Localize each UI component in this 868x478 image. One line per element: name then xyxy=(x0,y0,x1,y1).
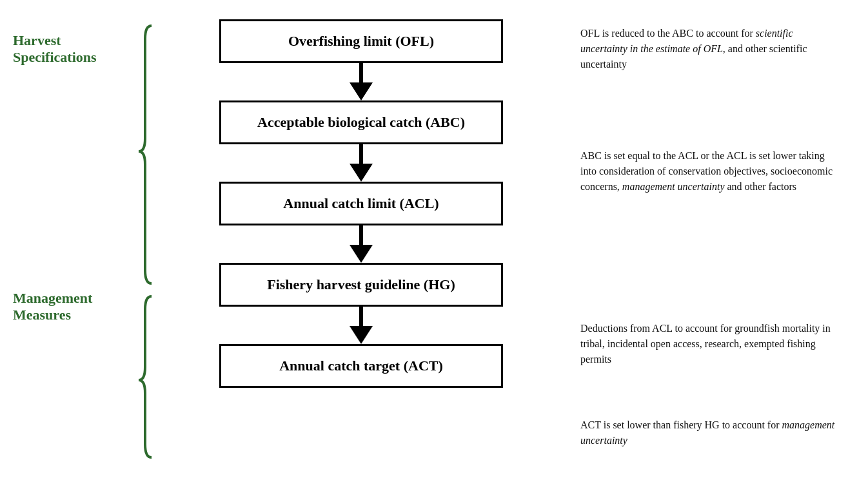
acl-label: Annual catch limit (ACL) xyxy=(283,195,439,211)
arrow-head-2 xyxy=(350,164,373,182)
ofl-box: Overfishing limit (OFL) xyxy=(219,19,503,63)
act-box: Annual catch target (ACT) xyxy=(219,344,503,388)
act-label: Annual catch target (ACT) xyxy=(279,358,443,374)
arrow-line-3 xyxy=(359,225,363,245)
arrow-line-4 xyxy=(359,307,363,326)
arrow-head-3 xyxy=(350,245,373,263)
hg-box: Fishery harvest guideline (HG) xyxy=(219,263,503,307)
arrow-head-4 xyxy=(350,326,373,344)
harvest-label: HarvestSpecifications xyxy=(13,32,90,66)
annotation-ofl: OFL is reduced to the ABC to account for… xyxy=(580,26,838,72)
abc-label: Acceptable biological catch (ABC) xyxy=(257,114,465,130)
side-labels: HarvestSpecifications ManagementMeasures xyxy=(13,13,116,464)
arrow-head-1 xyxy=(350,82,373,100)
annotation-abc: ABC is set equal to the ACL or the ACL i… xyxy=(580,148,838,195)
brace-flowchart: Overfishing limit (OFL) Acceptable biolo… xyxy=(116,13,567,464)
acl-box: Annual catch limit (ACL) xyxy=(219,182,503,225)
arrow-line-1 xyxy=(359,63,363,82)
ofl-label: Overfishing limit (OFL) xyxy=(288,33,434,49)
arrow-line-2 xyxy=(359,144,363,164)
brace-column xyxy=(116,13,155,464)
annotations-section: OFL is reduced to the ABC to account for… xyxy=(567,19,845,470)
abc-box: Acceptable biological catch (ABC) xyxy=(219,100,503,144)
main-container: HarvestSpecifications ManagementMeasures… xyxy=(0,0,868,478)
flowchart: Overfishing limit (OFL) Acceptable biolo… xyxy=(155,13,567,464)
annotation-hg: Deductions from ACL to account for groun… xyxy=(580,321,838,367)
annotation-act: ACT is set lower than fishery HG to acco… xyxy=(580,417,838,448)
hg-label: Fishery harvest guideline (HG) xyxy=(267,276,455,292)
left-section: HarvestSpecifications ManagementMeasures… xyxy=(13,13,567,464)
management-label: ManagementMeasures xyxy=(13,290,90,324)
